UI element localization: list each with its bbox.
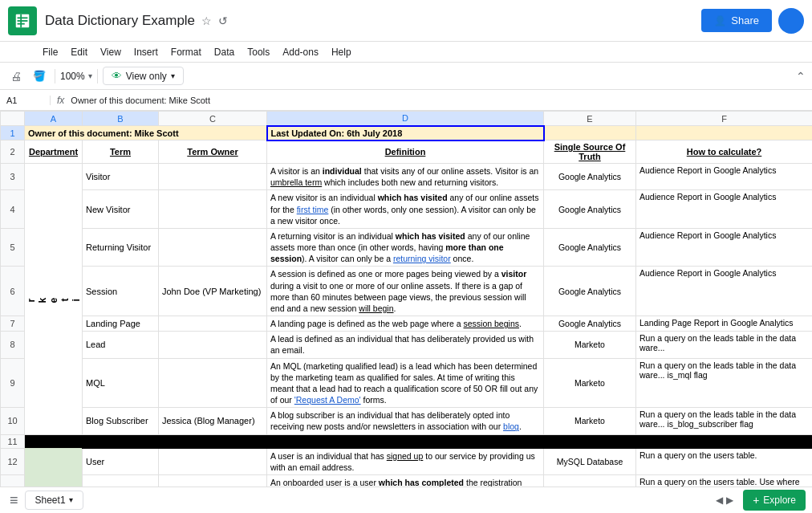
view-only-button[interactable]: 👁 View only ▾ <box>103 67 184 85</box>
scroll-left-icon[interactable]: ◀ <box>716 495 723 506</box>
cell-b3[interactable]: Visitor <box>83 164 159 190</box>
avatar[interactable] <box>778 8 804 34</box>
menu-edit[interactable]: Edit <box>65 45 93 59</box>
cell-d1[interactable]: Last Updated On: 6th July 2018 <box>267 126 544 140</box>
cell-c8[interactable] <box>159 332 267 358</box>
cell-b2[interactable]: Term <box>83 140 159 164</box>
share-button[interactable]: 👤 Share <box>701 9 772 32</box>
cell-c3[interactable] <box>159 164 267 190</box>
cell-f7[interactable]: Landing Page Report in Google Analytics <box>636 316 813 332</box>
cell-d10[interactable]: A blog subscriber is an individual that … <box>267 408 544 434</box>
collapse-icon[interactable]: ⌃ <box>796 70 806 83</box>
cell-d3[interactable]: A visitor is an individual that visits a… <box>267 164 544 190</box>
cell-f2[interactable]: How to calculate? <box>636 140 813 164</box>
menu-addons[interactable]: Add-ons <box>277 45 324 59</box>
cell-a12[interactable]: Product <box>25 448 83 487</box>
cell-c4[interactable] <box>159 190 267 229</box>
menu-insert[interactable]: Insert <box>128 45 164 59</box>
cell-f12[interactable]: Run a query on the users table. <box>636 448 813 474</box>
cell-c2[interactable]: Term Owner <box>159 140 267 164</box>
table-row-2: 2 Department Term Term Owner Definition … <box>1 140 813 164</box>
svg-rect-4 <box>20 14 22 27</box>
cell-e12[interactable]: MySQL Database <box>544 448 636 474</box>
cell-a2[interactable]: Department <box>25 140 83 164</box>
cell-d5[interactable]: A returning visitor is an individual whi… <box>267 228 544 267</box>
cell-e1[interactable] <box>544 126 636 140</box>
col-header-a[interactable]: A <box>25 112 83 126</box>
add-sheet-button[interactable]: ≡ <box>6 490 22 511</box>
cell-a1[interactable]: Owner of this document: Mike Scott <box>25 126 267 140</box>
cell-f8[interactable]: Run a query on the leads table in the da… <box>636 332 813 358</box>
cell-f6[interactable]: Audience Report in Google Analytics <box>636 267 813 316</box>
cell-e8[interactable]: Marketo <box>544 332 636 358</box>
menu-format[interactable]: Format <box>165 45 207 59</box>
formula-bar: A1 fx Owner of this document: Mike Scott <box>0 90 812 111</box>
cell-e4[interactable]: Google Analytics <box>544 190 636 229</box>
sheet-tab[interactable]: Sheet1 ▾ <box>25 491 83 510</box>
col-header-b[interactable]: B <box>83 112 159 126</box>
cell-c10[interactable]: Jessica (Blog Manager) <box>159 408 267 434</box>
cell-d2[interactable]: Definition <box>267 140 544 164</box>
cell-c7[interactable] <box>159 316 267 332</box>
cell-e13[interactable]: MySQL Database <box>544 474 636 487</box>
cell-f9[interactable]: Run a query on the leads table in the da… <box>636 358 813 408</box>
col-header-d[interactable]: D <box>267 112 544 126</box>
share-icon: 👤 <box>714 15 726 26</box>
cell-e5[interactable]: Google Analytics <box>544 228 636 267</box>
cell-d6[interactable]: A session is defined as one or more page… <box>267 267 544 316</box>
row-header-8: 8 <box>1 332 25 358</box>
cell-b10[interactable]: Blog Subscriber <box>83 408 159 434</box>
cell-c9[interactable] <box>159 358 267 408</box>
cell-reference[interactable]: A1 <box>6 96 51 105</box>
cell-c5[interactable] <box>159 228 267 267</box>
cell-f1[interactable] <box>636 126 813 140</box>
cell-b6[interactable]: Session <box>83 267 159 316</box>
cell-d12[interactable]: A user is an individual that has signed … <box>267 448 544 474</box>
history-icon[interactable]: ↺ <box>218 14 228 27</box>
svg-rect-2 <box>18 20 28 22</box>
col-header-f[interactable]: F <box>636 112 813 126</box>
cell-e2[interactable]: Single Source Of Truth <box>544 140 636 164</box>
zoom-dropdown-icon[interactable]: ▾ <box>88 71 92 80</box>
divider-1 <box>55 69 55 83</box>
cell-f4[interactable]: Audience Report in Google Analytics <box>636 190 813 229</box>
cell-e9[interactable]: Marketo <box>544 358 636 408</box>
cell-c13[interactable] <box>159 474 267 487</box>
cell-e7[interactable]: Google Analytics <box>544 316 636 332</box>
cell-d8[interactable]: A lead is defined as an individual that … <box>267 332 544 358</box>
cell-f5[interactable]: Audience Report in Google Analytics <box>636 228 813 267</box>
paint-format-button[interactable]: 🪣 <box>29 67 50 84</box>
cell-b13[interactable]: Onboarded User <box>83 474 159 487</box>
menu-data[interactable]: Data <box>209 45 240 59</box>
explore-button[interactable]: + Explore <box>743 490 806 511</box>
cell-d4[interactable]: A new visitor is an individual which has… <box>267 190 544 229</box>
cell-f3[interactable]: Audience Report in Google Analytics <box>636 164 813 190</box>
star-icon[interactable]: ☆ <box>201 14 212 27</box>
cell-b8[interactable]: Lead <box>83 332 159 358</box>
cell-f10[interactable]: Run a query on the leads table in the da… <box>636 408 813 434</box>
cell-f13[interactable]: Run a query on the users table. Use wher… <box>636 474 813 487</box>
col-header-e[interactable]: E <box>544 112 636 126</box>
cell-c12[interactable] <box>159 448 267 474</box>
menu-view[interactable]: View <box>95 45 127 59</box>
cell-d7[interactable]: A landing page is defined as the web pag… <box>267 316 544 332</box>
cell-a3[interactable]: Marketing <box>25 164 83 435</box>
cell-b12[interactable]: User <box>83 448 159 474</box>
view-only-label: View only <box>126 71 167 82</box>
cell-b9[interactable]: MQL <box>83 358 159 408</box>
cell-d9[interactable]: An MQL (marketing qualified lead) is a l… <box>267 358 544 408</box>
cell-b7[interactable]: Landing Page <box>83 316 159 332</box>
menu-file[interactable]: File <box>37 45 63 59</box>
scroll-right-icon[interactable]: ▶ <box>726 495 733 506</box>
cell-e3[interactable]: Google Analytics <box>544 164 636 190</box>
cell-b4[interactable]: New Visitor <box>83 190 159 229</box>
print-button[interactable]: 🖨 <box>6 67 26 85</box>
cell-c6[interactable]: John Doe (VP Marketing) <box>159 267 267 316</box>
cell-b5[interactable]: Returning Visitor <box>83 228 159 267</box>
cell-d13[interactable]: An onboarded user is a user which has co… <box>267 474 544 487</box>
cell-e10[interactable]: Marketo <box>544 408 636 434</box>
menu-tools[interactable]: Tools <box>242 45 275 59</box>
col-header-c[interactable]: C <box>159 112 267 126</box>
menu-help[interactable]: Help <box>326 45 357 59</box>
cell-e6[interactable]: Google Analytics <box>544 267 636 316</box>
